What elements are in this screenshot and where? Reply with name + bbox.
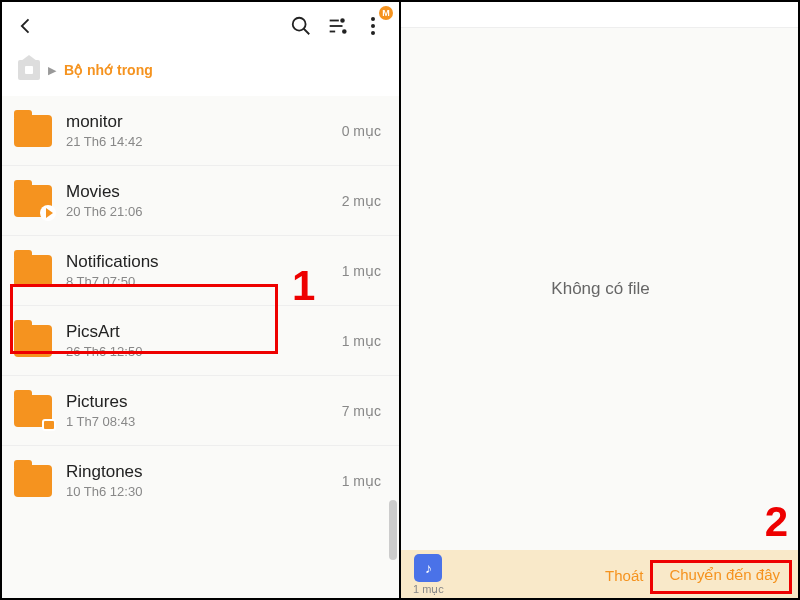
folder-count: 1 mục	[342, 333, 385, 349]
folder-icon	[14, 325, 52, 357]
chevron-right-icon: ▶	[48, 64, 56, 77]
folder-row[interactable]: Ringtones10 Th6 12:301 mục	[0, 445, 399, 515]
svg-point-9	[371, 31, 375, 35]
folder-name: Movies	[66, 182, 328, 202]
svg-point-8	[371, 24, 375, 28]
empty-state: Không có file	[401, 28, 800, 550]
folder-icon	[14, 185, 52, 217]
sort-icon[interactable]	[319, 8, 355, 44]
folder-count: 1 mục	[342, 473, 385, 489]
annotation-number-2: 2	[765, 498, 788, 546]
clipboard-file-icon[interactable]: ♪	[414, 554, 442, 582]
folder-list: monitor21 Th6 14:420 mụcMovies20 Th6 21:…	[0, 96, 399, 600]
right-header-strip	[401, 0, 800, 28]
folder-date: 26 Th6 12:50	[66, 344, 328, 359]
folder-row[interactable]: PicsArt26 Th6 12:501 mục	[0, 305, 399, 375]
folder-icon	[14, 255, 52, 287]
empty-text: Không có file	[551, 279, 649, 299]
folder-count: 0 mục	[342, 123, 385, 139]
folder-row[interactable]: Movies20 Th6 21:062 mục	[0, 165, 399, 235]
folder-date: 8 Th7 07:50	[66, 274, 328, 289]
annotation-number-1: 1	[292, 262, 315, 310]
svg-line-1	[304, 29, 310, 35]
menu-icon[interactable]: M	[355, 8, 391, 44]
svg-point-0	[293, 18, 306, 31]
folder-icon	[14, 115, 52, 147]
folder-row[interactable]: Pictures1 Th7 08:437 mục	[0, 375, 399, 445]
action-bar: ♪ 1 mục Thoát Chuyển đến đây	[401, 550, 800, 600]
folder-date: 20 Th6 21:06	[66, 204, 328, 219]
folder-icon	[14, 395, 52, 427]
folder-date: 1 Th7 08:43	[66, 414, 328, 429]
folder-name: Notifications	[66, 252, 328, 272]
folder-count: 1 mục	[342, 263, 385, 279]
folder-row[interactable]: Notifications8 Th7 07:501 mục	[0, 235, 399, 305]
folder-date: 21 Th6 14:42	[66, 134, 328, 149]
svg-point-5	[341, 19, 344, 22]
breadcrumb[interactable]: ▶ Bộ nhớ trong	[0, 52, 399, 96]
folder-count: 2 mục	[342, 193, 385, 209]
back-button[interactable]	[8, 8, 44, 44]
menu-badge: M	[379, 6, 393, 20]
folder-name: monitor	[66, 112, 328, 132]
top-bar: M	[0, 0, 399, 52]
breadcrumb-label: Bộ nhớ trong	[64, 62, 153, 78]
scrollbar[interactable]	[389, 500, 397, 560]
folder-name: PicsArt	[66, 322, 328, 342]
folder-icon	[14, 465, 52, 497]
svg-point-7	[371, 17, 375, 21]
svg-point-6	[343, 30, 346, 33]
search-icon[interactable]	[283, 8, 319, 44]
clipboard-count: 1 mục	[413, 583, 444, 596]
exit-button[interactable]: Thoát	[597, 561, 651, 590]
folder-row[interactable]: monitor21 Th6 14:420 mục	[0, 96, 399, 165]
folder-name: Ringtones	[66, 462, 328, 482]
move-here-button[interactable]: Chuyển đến đây	[661, 560, 788, 590]
folder-date: 10 Th6 12:30	[66, 484, 328, 499]
folder-count: 7 mục	[342, 403, 385, 419]
home-icon	[18, 60, 40, 80]
folder-name: Pictures	[66, 392, 328, 412]
